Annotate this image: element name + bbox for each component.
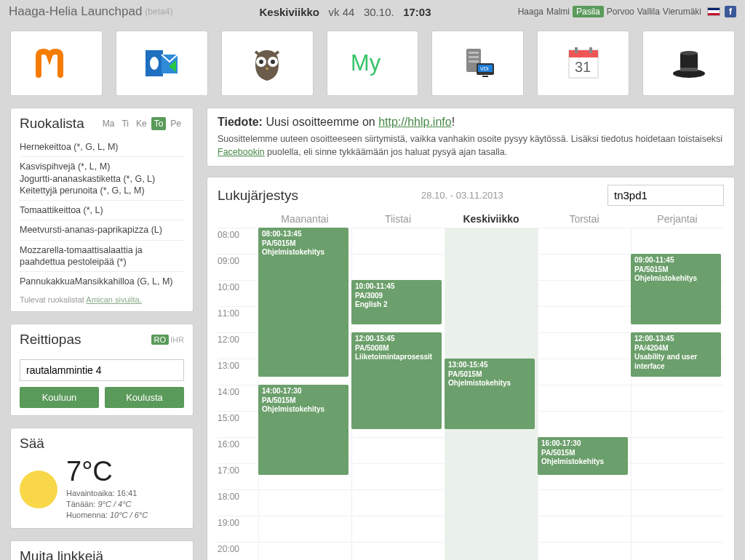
- route-badge-ro[interactable]: RO: [151, 335, 170, 345]
- schedule-range: 28.10. - 03.11.2013: [421, 190, 607, 201]
- svg-rect-23: [680, 68, 698, 71]
- notice-fb-link[interactable]: Facebookin: [218, 147, 265, 157]
- schedule-search[interactable]: [607, 185, 724, 206]
- links-title: Muita linkkejä: [20, 548, 103, 560]
- schedule-event[interactable]: 12:00-13:45PA/4204MUsability and user in…: [631, 332, 721, 377]
- menu-day-ke[interactable]: Ke: [133, 117, 150, 130]
- weather-panel: Sää 7°C Havaintoaika: 16:41 Tänään: 9°C …: [10, 428, 194, 529]
- menu-title: Ruokalista: [20, 116, 84, 132]
- svg-point-2: [150, 57, 159, 70]
- sched-day-header: Torstai: [538, 210, 631, 228]
- menu-day-to[interactable]: To: [151, 117, 167, 130]
- menu-footer: Tulevat ruokalistat Amican sivuilta.: [20, 295, 184, 304]
- campus-porvoo[interactable]: Porvoo: [607, 7, 634, 17]
- sun-icon: [20, 471, 57, 508]
- campus-haaga[interactable]: Haaga: [518, 7, 543, 17]
- svg-rect-11: [469, 60, 479, 63]
- menu-day-tabs: MaTiKeToPe: [100, 117, 184, 130]
- route-from-button[interactable]: Koulusta: [105, 387, 184, 408]
- schedule-panel: Lukujärjestys 28.10. - 03.11.2013 Maanan…: [207, 177, 735, 560]
- time-label: 09:00: [218, 255, 258, 280]
- time-label: 08:00: [218, 228, 258, 254]
- sched-day-header: Tiistai: [351, 210, 445, 228]
- menu-day-ma[interactable]: Ma: [100, 117, 118, 130]
- weather-temp: 7°C: [66, 457, 148, 485]
- schedule-event[interactable]: 16:00-17:30PA/5015MOhjelmistokehitys: [538, 437, 628, 475]
- notice-link[interactable]: http://hhlp.info: [378, 116, 452, 128]
- tile-calendar[interactable]: 31: [537, 31, 629, 96]
- tile-outlook[interactable]: [116, 31, 208, 96]
- flag-icon[interactable]: [707, 7, 720, 16]
- menu-item: Meetvursti-ananas-paprikapizza (L): [20, 220, 184, 240]
- time-label: 14:00: [218, 385, 258, 411]
- schedule-grid: 08:0009:0010:0011:0012:0013:0014:0015:00…: [218, 228, 724, 560]
- notice-panel: Tiedote: Uusi osoitteemme on http://hhlp…: [207, 108, 735, 167]
- sched-day-header: Maanantai: [258, 210, 351, 228]
- time-label: 15:00: [218, 412, 258, 437]
- sched-day-header: Perjantai: [631, 210, 724, 228]
- facebook-icon[interactable]: f: [725, 6, 736, 17]
- time-label: 10:00: [218, 281, 258, 306]
- menu-footer-link[interactable]: Amican sivuilta.: [86, 295, 141, 304]
- schedule-event[interactable]: 10:00-11:45PA/3009English 2: [351, 280, 442, 324]
- menu-item: PannukakkuaMansikkahilloa (G, L, M): [20, 272, 184, 291]
- menu-day-ti[interactable]: Ti: [119, 117, 132, 130]
- campus-vallila[interactable]: Vallila: [637, 7, 660, 17]
- tile-vdi[interactable]: VDI: [431, 31, 524, 96]
- date: 30.10.: [364, 6, 394, 18]
- week-label: vk 44: [329, 6, 355, 18]
- time-label: 20:00: [218, 543, 258, 560]
- weather-details: Havaintoaika: 16:41 Tänään: 9°C / 4°C Hu…: [66, 488, 148, 521]
- svg-text:My: My: [351, 50, 381, 76]
- route-input[interactable]: [20, 359, 184, 381]
- svg-rect-9: [469, 52, 479, 54]
- campus-vierumäki[interactable]: Vierumäki: [663, 7, 701, 17]
- time-label: 16:00: [218, 438, 258, 463]
- tile-mynet[interactable]: My: [327, 31, 419, 96]
- brand: Haaga-Helia Launchpad: [9, 4, 142, 19]
- svg-rect-19: [589, 47, 592, 53]
- links-panel: Muita linkkejä Opinto-opasHaaga-Helian r…: [10, 540, 194, 560]
- sched-day-header: Keskiviikko: [445, 210, 538, 228]
- weather-title: Sää: [20, 436, 44, 452]
- route-title: Reittiopas: [20, 332, 81, 348]
- menu-item: Hernekeittoa (*, G, L, M): [20, 137, 184, 157]
- time-label: 11:00: [218, 307, 258, 332]
- time-label: 13:00: [218, 359, 258, 385]
- notice-label: Tiedote:: [218, 116, 263, 128]
- svg-text:31: 31: [575, 59, 591, 75]
- schedule-event[interactable]: 08:00-13:45PA/5015MOhjelmistokehitys: [258, 228, 348, 377]
- svg-rect-17: [569, 50, 598, 57]
- schedule-title: Lukujärjestys: [218, 188, 421, 204]
- route-to-button[interactable]: Kouluun: [20, 387, 99, 408]
- time-label: 17:00: [218, 464, 258, 489]
- day-name: Keskiviikko: [259, 6, 319, 18]
- tile-tophat[interactable]: [642, 31, 735, 96]
- tile-moodle[interactable]: [10, 31, 103, 96]
- svg-text:VDI: VDI: [480, 66, 489, 71]
- route-panel: Reittiopas ROIHR Kouluun Koulusta: [10, 324, 194, 416]
- campus-picker: HaagaMalmiPasilaPorvooVallilaVierumäki: [518, 6, 701, 17]
- menu-panel: Ruokalista MaTiKeToPe Hernekeittoa (*, G…: [10, 108, 194, 312]
- tile-owl[interactable]: [221, 31, 314, 96]
- time-label: 18:00: [218, 490, 258, 516]
- time: 17:03: [403, 6, 431, 18]
- brand-sub: (beta4): [145, 7, 172, 17]
- menu-item: Tomaattikeittoa (*, L): [20, 201, 184, 220]
- schedule-event[interactable]: 13:00-15:45PA/5015MOhjelmistokehitys: [445, 359, 535, 429]
- schedule-day-headers: MaanantaiTiistaiKeskiviikkoTorstaiPerjan…: [258, 210, 724, 228]
- schedule-event[interactable]: 12:00-15:45PA/5008MLiiketoimintaprosessi…: [351, 332, 442, 429]
- route-badge-ihr[interactable]: IHR: [170, 335, 184, 344]
- time-label: 12:00: [218, 333, 258, 359]
- svg-point-5: [259, 60, 263, 64]
- schedule-event[interactable]: 09:00-11:45PA/5015MOhjelmistokehitys: [631, 254, 721, 324]
- topbar: Haaga-Helia Launchpad (beta4) Keskiviikk…: [0, 0, 745, 25]
- campus-pasila[interactable]: Pasila: [573, 6, 604, 17]
- svg-rect-10: [469, 56, 479, 58]
- menu-day-pe[interactable]: Pe: [167, 117, 184, 130]
- app-tiles: My VDI 31: [0, 25, 745, 108]
- campus-malmi[interactable]: Malmi: [546, 7, 570, 17]
- route-badges: ROIHR: [151, 335, 184, 344]
- schedule-event[interactable]: 14:00-17:30PA/5015MOhjelmistokehitys: [258, 385, 348, 475]
- menu-item: Mozzarella-tomaattisalaattia ja paahdett…: [20, 241, 184, 273]
